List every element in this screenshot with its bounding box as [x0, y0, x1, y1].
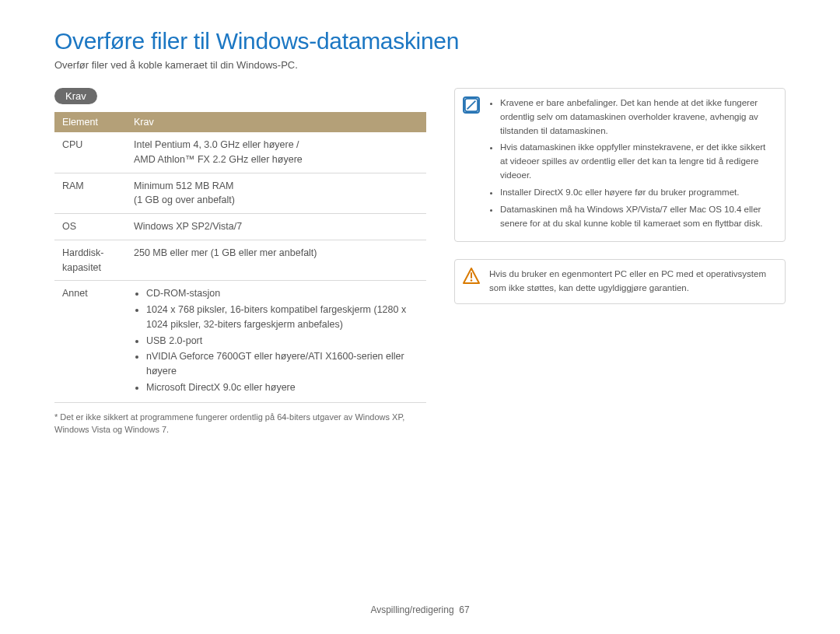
text-line: Minimum 512 MB RAM — [134, 180, 234, 191]
table-header-krav: Krav — [126, 112, 426, 132]
list-item: Installer DirectX 9.0c eller høyere før … — [500, 186, 774, 200]
row-value-hdd: 250 MB eller mer (1 GB eller mer anbefal… — [126, 240, 426, 281]
document-page: Overføre filer til Windows-datamaskinen … — [0, 0, 840, 634]
text-line: AMD Athlon™ FX 2.2 GHz eller høyere — [134, 154, 303, 165]
table-header-element: Element — [54, 112, 126, 132]
info-note-list: Kravene er bare anbefalinger. Det kan he… — [489, 96, 774, 230]
row-value-ram: Minimum 512 MB RAM (1 GB og over anbefal… — [126, 173, 426, 214]
page-subtitle: Overfør filer ved å koble kameraet til d… — [54, 59, 786, 71]
other-list: CD-ROM-stasjon 1024 x 768 piksler, 16-bi… — [134, 286, 418, 394]
row-value-cpu: Intel Pentium 4, 3.0 GHz eller høyere / … — [126, 132, 426, 173]
list-item: Datamaskinen må ha Windows XP/Vista/7 el… — [500, 203, 774, 231]
page-title: Overføre filer til Windows-datamaskinen — [54, 28, 786, 54]
table-row: Harddisk-kapasitet 250 MB eller mer (1 G… — [54, 240, 426, 281]
table-row: CPU Intel Pentium 4, 3.0 GHz eller høyer… — [54, 132, 426, 173]
left-column: Krav Element Krav CPU Intel Pentium 4, 3… — [54, 88, 426, 436]
row-label-ram: RAM — [54, 173, 126, 214]
list-item: CD-ROM-stasjon — [146, 286, 418, 301]
table-row: Annet CD-ROM-stasjon 1024 x 768 piksler,… — [54, 281, 426, 402]
section-badge: Krav — [54, 88, 97, 104]
row-label-os: OS — [54, 214, 126, 240]
list-item: USB 2.0-port — [146, 334, 418, 349]
content-columns: Krav Element Krav CPU Intel Pentium 4, 3… — [54, 88, 786, 436]
row-value-os: Windows XP SP2/Vista/7 — [126, 214, 426, 240]
warning-text: Hvis du bruker en egenmontert PC eller e… — [489, 269, 766, 292]
text-line: Intel Pentium 4, 3.0 GHz eller høyere / — [134, 139, 299, 150]
page-footer: Avspilling/redigering 67 — [0, 604, 840, 615]
right-column: Kravene er bare anbefalinger. Det kan he… — [454, 88, 786, 436]
table-row: OS Windows XP SP2/Vista/7 — [54, 214, 426, 240]
footer-page-number: 67 — [459, 604, 469, 615]
text-line: (1 GB og over anbefalt) — [134, 194, 235, 205]
requirements-table: Element Krav CPU Intel Pentium 4, 3.0 GH… — [54, 112, 426, 403]
list-item: nVIDIA Geforce 7600GT eller høyere/ATI X… — [146, 349, 418, 379]
warning-note-box: Hvis du bruker en egenmontert PC eller e… — [454, 259, 786, 304]
row-label-other: Annet — [54, 281, 126, 402]
footer-section: Avspilling/redigering — [370, 604, 453, 615]
list-item: Hvis datamaskinen ikke oppfyller minstek… — [500, 141, 774, 182]
list-item: Microsoft DirectX 9.0c eller høyere — [146, 380, 418, 395]
svg-point-4 — [471, 280, 473, 282]
list-item: 1024 x 768 piksler, 16-biters kompatibel… — [146, 303, 418, 332]
row-value-other: CD-ROM-stasjon 1024 x 768 piksler, 16-bi… — [126, 281, 426, 402]
info-note-box: Kravene er bare anbefalinger. Det kan he… — [454, 88, 786, 242]
list-item: Kravene er bare anbefalinger. Det kan he… — [500, 96, 774, 138]
row-label-cpu: CPU — [54, 132, 126, 173]
warning-icon — [463, 268, 480, 285]
row-label-hdd: Harddisk-kapasitet — [54, 240, 126, 281]
table-row: RAM Minimum 512 MB RAM (1 GB og over anb… — [54, 173, 426, 214]
note-icon — [463, 96, 480, 114]
table-footnote: * Det er ikke sikkert at programmene fun… — [54, 411, 426, 436]
